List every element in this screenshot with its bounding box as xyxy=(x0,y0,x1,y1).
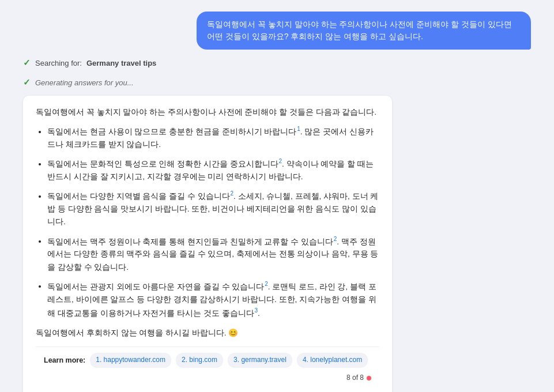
answer-bullets: 독일에서는 현금 사용이 많으므로 충분한 현금을 준비하시기 바랍니다1. 많… xyxy=(36,125,379,319)
check-icon-search: ✓ xyxy=(23,58,31,68)
answer-intro: 독일여행에서 꼭 놓치지 말아야 하는 주의사항이나 사전에 준비해야 할 것들… xyxy=(36,106,379,119)
learn-more-link-1[interactable]: 1. happytowander.com xyxy=(90,353,171,368)
page-indicator: 8 of 8 xyxy=(346,372,371,384)
learn-more-label: Learn more: xyxy=(44,355,85,367)
generating-label: Generating answers for you... xyxy=(35,78,134,87)
generating-status: ✓ Generating answers for you... xyxy=(23,76,531,89)
user-message: 독일여행에서 꼭 놓치지 말아야 하는 주의사항이나 사전에 준비해야 할 것들… xyxy=(197,12,531,50)
user-message-text: 독일여행에서 꼭 놓치지 말아야 하는 주의사항이나 사전에 준비해야 할 것들… xyxy=(207,20,512,41)
learn-more-bar: Learn more: 1. happytowander.com 2. bing… xyxy=(36,346,379,390)
bullet-5: 독일에서는 관광지 외에도 아름다운 자연을 즐길 수 있습니다2. 로맨틱 로… xyxy=(47,280,379,320)
learn-more-link-4[interactable]: 4. lonelyplanet.com xyxy=(297,353,368,368)
answer-card: 독일여행에서 꼭 놓치지 말아야 하는 주의사항이나 사전에 준비해야 할 것들… xyxy=(23,96,392,392)
learn-more-link-3[interactable]: 3. germany.travel xyxy=(228,353,292,368)
check-icon-generate: ✓ xyxy=(23,77,31,88)
bullet-1: 독일에서는 현금 사용이 많으므로 충분한 현금을 준비하시기 바랍니다1. 많… xyxy=(47,125,379,151)
searching-term: Germany travel tips xyxy=(86,59,156,67)
page-text: 8 of 8 xyxy=(346,372,364,384)
bullet-4: 독일에서는 맥주 정원이나 축제를 통해 현지인들과 친밀하게 교류할 수 있습… xyxy=(47,235,379,274)
answer-outro: 독일여행에서 후회하지 않는 여행을 하시길 바랍니다. 😊 xyxy=(36,327,379,340)
bullet-3: 독일에서는 다양한 지역별 음식을 즐길 수 있습니다2. 소세지, 슈니첼, … xyxy=(47,189,379,228)
page-dot-icon xyxy=(367,376,371,380)
searching-status: ✓ Searching for: Germany travel tips xyxy=(23,56,531,69)
learn-more-link-2[interactable]: 2. bing.com xyxy=(176,353,223,368)
searching-label: Searching for: xyxy=(35,59,82,67)
bullet-2: 독일에서는 문화적인 특성으로 인해 정확한 시간을 중요시합니다2. 약속이나… xyxy=(47,157,379,183)
